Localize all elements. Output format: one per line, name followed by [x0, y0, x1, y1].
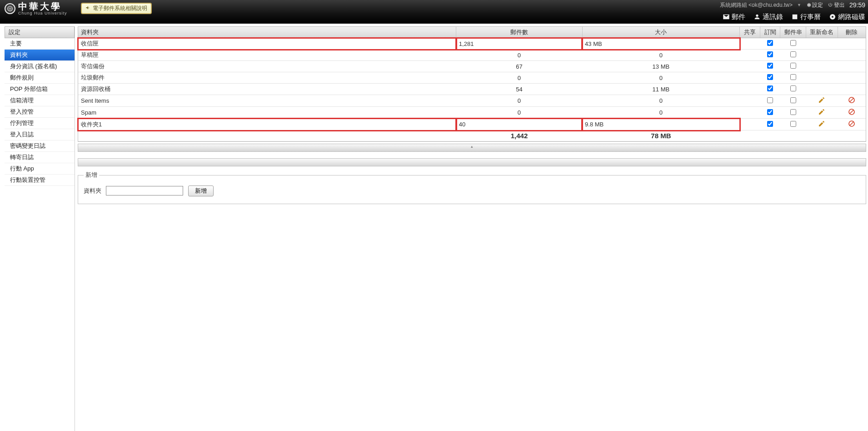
sidebar-item-11[interactable]: 行動 App: [5, 163, 75, 175]
folder-size: 0: [582, 50, 740, 61]
horizontal-splitter[interactable]: ▴: [78, 144, 866, 152]
sidebar-item-7[interactable]: 佇列管理: [5, 118, 75, 129]
help-badge[interactable]: 電子郵件系統相關說明: [81, 3, 152, 14]
th-count[interactable]: 郵件數: [456, 27, 582, 38]
folder-name[interactable]: 草稿匣: [78, 50, 456, 61]
logo-area: 中華大學 Chung Hua University: [0, 0, 72, 17]
folder-name[interactable]: 資源回收桶: [78, 84, 456, 95]
sidebar-item-2[interactable]: 身分資訊 (簽名檔): [5, 61, 75, 72]
sidebar-item-5[interactable]: 信箱清理: [5, 95, 75, 106]
total-size: 78 MB: [582, 130, 740, 141]
folder-row: Spam00: [78, 107, 866, 119]
sidebar-item-4[interactable]: POP 外部信箱: [5, 84, 75, 95]
gear-icon: [806, 2, 811, 8]
logo-text-en: Chung Hua University: [18, 11, 67, 15]
thread-checkbox[interactable]: [790, 97, 796, 103]
thread-checkbox[interactable]: [790, 40, 796, 46]
forbid-icon[interactable]: [848, 96, 855, 104]
person-icon: [753, 13, 761, 20]
th-folder[interactable]: 資料夾: [78, 27, 456, 38]
sidebar-item-6[interactable]: 登入控管: [5, 106, 75, 118]
sidebar-item-12[interactable]: 行動裝置控管: [5, 175, 75, 186]
sidebar-item-10[interactable]: 轉寄日誌: [5, 152, 75, 163]
folder-count: 67: [456, 61, 582, 72]
topbar-settings[interactable]: 設定: [806, 1, 823, 9]
subscribe-checkbox[interactable]: [767, 109, 773, 115]
folder-count: 0: [456, 50, 582, 61]
forbid-icon[interactable]: [848, 120, 855, 127]
totals-row: 1,442 78 MB: [78, 130, 866, 141]
thread-checkbox[interactable]: [790, 51, 796, 57]
subscribe-checkbox[interactable]: [767, 40, 773, 46]
folder-name[interactable]: Spam: [78, 107, 456, 119]
folder-row: 資源回收桶5411 MB: [78, 84, 866, 95]
sidebar-item-9[interactable]: 密碼變更日誌: [5, 140, 75, 152]
logo-text-zh: 中華大學: [18, 2, 67, 11]
pencil-icon[interactable]: [818, 108, 825, 115]
thread-checkbox[interactable]: [790, 85, 796, 91]
th-delete[interactable]: 刪除: [838, 27, 866, 38]
sidebar-title: 設定: [5, 26, 75, 38]
folder-row: 收信匣1,28143 MB: [78, 38, 866, 50]
subscribe-checkbox[interactable]: [767, 74, 773, 80]
folder-size: 13 MB: [582, 61, 740, 72]
thread-checkbox[interactable]: [790, 74, 796, 80]
new-folder-input[interactable]: [106, 186, 183, 195]
svg-point-2: [832, 16, 833, 18]
folder-size: 0: [582, 95, 740, 107]
share-cell: [740, 95, 760, 107]
subscribe-checkbox[interactable]: [767, 97, 773, 103]
nav-mail-label: 郵件: [732, 13, 745, 21]
svg-line-4: [850, 98, 853, 102]
thread-checkbox[interactable]: [790, 109, 796, 115]
folder-count: 54: [456, 84, 582, 95]
folder-count: 0: [456, 95, 582, 107]
subscribe-checkbox[interactable]: [767, 51, 773, 57]
pencil-icon[interactable]: [818, 120, 825, 127]
folder-name[interactable]: 垃圾郵件: [78, 72, 456, 84]
folder-name[interactable]: 寄信備份: [78, 61, 456, 72]
nav-netdisk[interactable]: 網路磁碟: [829, 13, 865, 21]
folders-table: 資料夾 郵件數 大小 共享 訂閱 郵件串 重新命名 刪除 收信匣1,28143 …: [78, 27, 866, 141]
chevron-down-icon[interactable]: ▼: [797, 3, 801, 7]
subscribe-checkbox[interactable]: [767, 85, 773, 91]
toolbar-separator: [78, 158, 866, 166]
pencil-icon[interactable]: [818, 96, 825, 104]
sidebar-item-8[interactable]: 登入日誌: [5, 129, 75, 140]
sidebar-item-0[interactable]: 主要: [5, 38, 75, 50]
subscribe-checkbox[interactable]: [767, 63, 773, 69]
create-folder-button[interactable]: 新增: [188, 185, 214, 196]
top-bar: 中華大學 Chung Hua University 電子郵件系統相關說明 系統網…: [0, 0, 868, 24]
mail-icon: [723, 13, 730, 20]
calendar-icon: [791, 13, 798, 20]
thread-checkbox[interactable]: [790, 63, 796, 69]
folder-name[interactable]: 收信匣: [78, 38, 456, 50]
th-share[interactable]: 共享: [740, 27, 760, 38]
nav-calendar[interactable]: 行事曆: [791, 13, 821, 21]
topbar-logout[interactable]: 登出: [828, 1, 845, 9]
nav-mail[interactable]: 郵件: [723, 13, 745, 21]
th-rename[interactable]: 重新命名: [806, 27, 838, 38]
sidebar-item-1[interactable]: 資料夾: [5, 50, 75, 61]
thread-checkbox[interactable]: [790, 121, 796, 127]
nav-calendar-label: 行事曆: [800, 13, 821, 21]
subscribe-checkbox[interactable]: [767, 121, 773, 127]
nav-contacts[interactable]: 通訊錄: [753, 13, 783, 21]
content-area: 資料夾 郵件數 大小 共享 訂閱 郵件串 重新命名 刪除 收信匣1,28143 …: [78, 26, 866, 431]
folder-row: Sent Items00: [78, 95, 866, 107]
power-icon: [828, 2, 833, 8]
create-field-label: 資料夾: [84, 187, 101, 194]
th-thread[interactable]: 郵件串: [780, 27, 806, 38]
th-subscribe[interactable]: 訂閱: [760, 27, 780, 38]
share-cell: [740, 61, 760, 72]
folder-row: 收件夾1409.8 MB: [78, 119, 866, 130]
folder-name[interactable]: Sent Items: [78, 95, 456, 107]
share-cell: [740, 107, 760, 119]
folder-name[interactable]: 收件夾1: [78, 119, 456, 130]
logo-icon: [5, 3, 15, 14]
th-size[interactable]: 大小: [582, 27, 740, 38]
forbid-icon[interactable]: [848, 108, 855, 115]
sidebar-item-3[interactable]: 郵件規則: [5, 72, 75, 84]
share-cell: [740, 119, 760, 130]
create-folder-fieldset: 新增 資料夾 新增: [78, 171, 866, 204]
